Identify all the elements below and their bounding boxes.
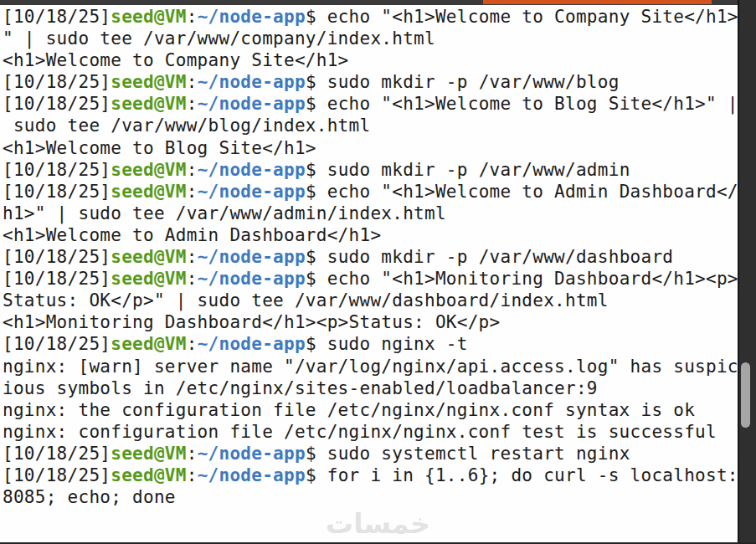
- terminal-text: :: [187, 269, 198, 289]
- terminal-text: [10/18/25]: [3, 160, 111, 180]
- terminal-text: :: [187, 465, 198, 485]
- terminal-text: :: [187, 94, 198, 114]
- prompt-user-host: seed@VM: [111, 182, 186, 202]
- terminal-text: $ echo "<h1>Welcome to Admin Dashboard</: [306, 182, 738, 202]
- terminal-line: <h1>Monitoring Dashboard</h1><p>Status: …: [3, 311, 738, 333]
- prompt-cwd: ~/node-app: [198, 182, 306, 202]
- terminal-text: [10/18/25]: [3, 7, 111, 27]
- prompt-cwd: ~/node-app: [198, 334, 306, 354]
- terminal-window: [10/18/25]seed@VM:~/node-app$ echo "<h1>…: [0, 0, 756, 544]
- terminal-line: ious symbols in /etc/nginx/sites-enabled…: [3, 377, 738, 399]
- scrollbar[interactable]: [738, 0, 756, 544]
- terminal-text: h1>" | sudo tee /var/www/admin/index.htm…: [3, 203, 446, 223]
- terminal-output[interactable]: [10/18/25]seed@VM:~/node-app$ echo "<h1>…: [3, 6, 738, 508]
- terminal-text: :: [187, 182, 198, 202]
- terminal-line: [10/18/25]seed@VM:~/node-app$ sudo syste…: [3, 443, 738, 464]
- terminal-text: nginx: [warn] server name "/var/log/ngin…: [3, 357, 738, 377]
- prompt-user-host: seed@VM: [111, 247, 186, 267]
- terminal-text: [10/18/25]: [3, 269, 111, 289]
- terminal-text: $ sudo mkdir -p /var/www/admin: [306, 160, 630, 180]
- terminal-line: nginx: the configuration file /etc/nginx…: [3, 399, 738, 421]
- prompt-cwd: ~/node-app: [198, 160, 306, 180]
- terminal-line: " | sudo tee /var/www/company/index.html: [3, 28, 738, 49]
- terminal-text: $ sudo mkdir -p /var/www/blog: [306, 72, 620, 92]
- terminal-text: :: [187, 247, 198, 267]
- terminal-text: [10/18/25]: [3, 72, 111, 92]
- terminal-text: $ sudo nginx -t: [306, 334, 468, 354]
- progress-bar-segment: [483, 0, 712, 4]
- terminal-line: nginx: [warn] server name "/var/log/ngin…: [3, 356, 738, 377]
- terminal-text: [10/18/25]: [3, 182, 111, 202]
- terminal-line: [10/18/25]seed@VM:~/node-app$ echo "<h1>…: [3, 93, 738, 115]
- prompt-user-host: seed@VM: [111, 7, 186, 27]
- terminal-text: [10/18/25]: [3, 247, 111, 267]
- terminal-line: [10/18/25]seed@VM:~/node-app$ sudo nginx…: [3, 333, 738, 355]
- window-top-bar: [0, 0, 756, 5]
- terminal-line: h1>" | sudo tee /var/www/admin/index.htm…: [3, 203, 738, 224]
- terminal-text: $ echo "<h1>Welcome to Blog Site</h1>" |: [306, 94, 738, 114]
- terminal-line: <h1>Welcome to Company Site</h1>: [3, 49, 738, 71]
- terminal-text: ious symbols in /etc/nginx/sites-enabled…: [3, 378, 598, 398]
- terminal-text: <h1>Monitoring Dashboard</h1><p>Status: …: [3, 312, 500, 332]
- terminal-line: [10/18/25]seed@VM:~/node-app$ echo "<h1>…: [3, 268, 738, 290]
- prompt-cwd: ~/node-app: [198, 7, 306, 27]
- terminal-text: nginx: configuration file /etc/nginx/ngi…: [3, 422, 717, 442]
- watermark: خمسات: [326, 507, 430, 540]
- prompt-cwd: ~/node-app: [198, 247, 306, 267]
- terminal-text: :: [187, 7, 198, 27]
- terminal-line: nginx: configuration file /etc/nginx/ngi…: [3, 421, 738, 443]
- prompt-cwd: ~/node-app: [198, 269, 306, 289]
- terminal-line: Status: OK</p>" | sudo tee /var/www/dash…: [3, 290, 738, 311]
- terminal-text: :: [187, 160, 198, 180]
- terminal-line: [10/18/25]seed@VM:~/node-app$ sudo mkdir…: [3, 246, 738, 268]
- terminal-text: $ sudo systemctl restart nginx: [306, 444, 630, 464]
- prompt-user-host: seed@VM: [111, 444, 186, 464]
- prompt-cwd: ~/node-app: [198, 465, 306, 485]
- terminal-text: [10/18/25]: [3, 94, 111, 114]
- terminal-text: :: [187, 444, 198, 464]
- prompt-cwd: ~/node-app: [198, 72, 306, 92]
- prompt-user-host: seed@VM: [111, 465, 186, 485]
- terminal-line: [10/18/25]seed@VM:~/node-app$ sudo mkdir…: [3, 71, 738, 93]
- terminal-text: [10/18/25]: [3, 465, 111, 485]
- terminal-text: [10/18/25]: [3, 444, 111, 464]
- terminal-line: 8085; echo; done: [3, 486, 738, 508]
- terminal-line: <h1>Welcome to Admin Dashboard</h1>: [3, 224, 738, 246]
- terminal-line: [10/18/25]seed@VM:~/node-app$ sudo mkdir…: [3, 159, 738, 181]
- terminal-text: nginx: the configuration file /etc/nginx…: [3, 400, 695, 420]
- prompt-user-host: seed@VM: [111, 269, 186, 289]
- terminal-text: " | sudo tee /var/www/company/index.html: [3, 28, 435, 49]
- prompt-user-host: seed@VM: [111, 160, 186, 180]
- terminal-line: [10/18/25]seed@VM:~/node-app$ echo "<h1>…: [3, 6, 738, 28]
- scrollbar-thumb[interactable]: [741, 362, 750, 428]
- terminal-text: :: [187, 72, 198, 92]
- prompt-user-host: seed@VM: [111, 72, 186, 92]
- terminal-line: sudo tee /var/www/blog/index.html: [3, 115, 738, 136]
- terminal-text: <h1>Welcome to Admin Dashboard</h1>: [3, 225, 381, 245]
- terminal-text: Status: OK</p>" | sudo tee /var/www/dash…: [3, 290, 609, 310]
- prompt-cwd: ~/node-app: [198, 94, 306, 114]
- terminal-text: $ sudo mkdir -p /var/www/dashboard: [306, 247, 673, 267]
- prompt-cwd: ~/node-app: [198, 444, 306, 464]
- terminal-line: <h1>Welcome to Blog Site</h1>: [3, 137, 738, 159]
- terminal-text: <h1>Welcome to Blog Site</h1>: [3, 138, 316, 158]
- terminal-line: [10/18/25]seed@VM:~/node-app$ for i in {…: [3, 464, 738, 486]
- terminal-line: [10/18/25]seed@VM:~/node-app$ echo "<h1>…: [3, 181, 738, 203]
- terminal-text: $ echo "<h1>Monitoring Dashboard</h1><p>: [306, 269, 738, 289]
- prompt-user-host: seed@VM: [111, 334, 186, 354]
- terminal-text: sudo tee /var/www/blog/index.html: [3, 115, 370, 136]
- terminal-text: :: [187, 334, 198, 354]
- terminal-text: [10/18/25]: [3, 334, 111, 354]
- terminal-text: $ echo "<h1>Welcome to Company Site</h1>: [306, 7, 738, 27]
- prompt-user-host: seed@VM: [111, 94, 186, 114]
- terminal-text: $ for i in {1..6}; do curl -s localhost:: [306, 465, 738, 485]
- terminal-text: 8085; echo; done: [3, 487, 176, 507]
- terminal-text: <h1>Welcome to Company Site</h1>: [3, 50, 349, 70]
